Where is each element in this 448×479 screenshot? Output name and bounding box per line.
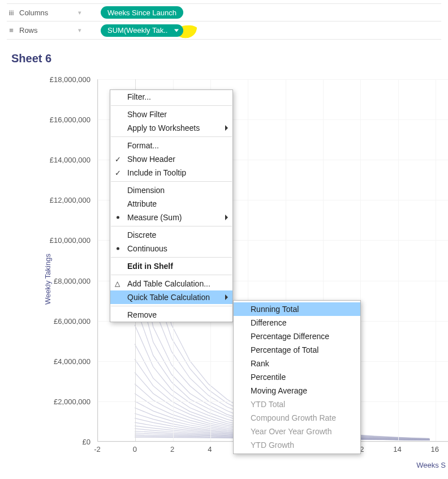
y-tick: £6,000,000 (28, 317, 91, 325)
menu-separator (111, 105, 232, 106)
menu-item[interactable]: Filter... (110, 90, 232, 104)
shelves-panel: iii Columns ▾ Weeks Since Launch ≡ Rows … (0, 0, 448, 40)
submenu-item[interactable]: Moving Average (234, 384, 360, 397)
rows-pill[interactable]: SUM(Weekly Tak.. (101, 24, 183, 37)
y-tick: £8,000,000 (28, 276, 91, 285)
y-tick: £2,000,000 (28, 397, 91, 405)
x-axis-title[interactable]: Weeks S (416, 461, 446, 469)
y-tick: £0 (28, 438, 91, 446)
shelf-drop-caret: ▾ (78, 9, 81, 16)
y-tick: £4,000,000 (28, 357, 91, 365)
columns-icon: iii (7, 8, 16, 17)
x-tick: 14 (393, 445, 401, 454)
menu-item-label: Measure (Sum) (127, 213, 182, 222)
menu-item[interactable]: Edit in Shelf (110, 259, 232, 273)
y-tick: £10,000,000 (28, 236, 91, 245)
y-axis-ticks: £0£2,000,000£4,000,000£6,000,000£8,000,0… (32, 79, 94, 442)
submenu-arrow-icon (225, 125, 228, 131)
menu-item[interactable]: Quick Table Calculation (110, 290, 232, 304)
menu-item[interactable]: Format... (110, 139, 232, 152)
submenu-item-label: Difference (251, 318, 287, 327)
quick-table-calc-submenu[interactable]: Running TotalDifferencePercentage Differ… (233, 300, 361, 454)
menu-item[interactable]: ✓Include in Tooltip (110, 166, 232, 179)
menu-item[interactable]: Show Filter (110, 108, 232, 121)
shelf-drop-caret: ▾ (78, 27, 81, 34)
menu-separator (111, 257, 232, 258)
menu-separator (111, 226, 232, 226)
x-tick: 16 (431, 445, 439, 454)
x-tick: 4 (208, 445, 212, 454)
rows-icon: ≡ (7, 26, 16, 35)
menu-item[interactable]: Apply to Worksheets (110, 121, 232, 135)
menu-item[interactable]: Discrete (110, 228, 232, 242)
menu-item[interactable]: Measure (Sum) (110, 211, 232, 224)
menu-item-label: Show Filter (127, 110, 167, 119)
menu-item[interactable]: ✓Show Header (110, 152, 232, 166)
submenu-item-label: Moving Average (251, 386, 307, 395)
check-icon: ✓ (115, 155, 121, 164)
menu-item-label: Attribute (127, 199, 157, 208)
menu-item-label: Filter... (127, 92, 151, 101)
menu-item-label: Remove (127, 310, 157, 319)
pill-context-menu[interactable]: Filter...Show FilterApply to WorksheetsF… (110, 89, 233, 322)
x-tick: -2 (94, 445, 101, 454)
submenu-item: YTD Total (234, 397, 360, 411)
columns-label: Columns (19, 8, 76, 17)
submenu-item[interactable]: Percentile (234, 370, 360, 384)
menu-item-label: Show Header (127, 155, 175, 164)
menu-item[interactable]: Remove (110, 308, 232, 322)
menu-item-label: Edit in Shelf (127, 262, 173, 271)
submenu-item[interactable]: Percentage of Total (234, 343, 360, 357)
submenu-item-label: Running Total (251, 305, 299, 314)
menu-item-label: Quick Table Calculation (127, 293, 210, 302)
columns-pill-text: Weeks Since Launch (107, 8, 176, 17)
submenu-item-label: Rank (251, 359, 269, 368)
submenu-item-label: Percentile (251, 373, 286, 382)
pill-dropdown-icon[interactable] (174, 29, 179, 32)
columns-pill[interactable]: Weeks Since Launch (101, 6, 183, 19)
columns-shelf[interactable]: iii Columns ▾ Weeks Since Launch (7, 3, 441, 22)
menu-item-label: Include in Tooltip (127, 168, 186, 177)
menu-item-label: Dimension (127, 186, 165, 195)
menu-item-label: Discrete (127, 230, 156, 240)
rows-shelf[interactable]: ≡ Rows ▾ SUM(Weekly Tak.. (7, 22, 441, 40)
y-tick: £14,000,000 (28, 156, 91, 164)
y-tick: £18,000,000 (28, 75, 91, 84)
menu-separator (111, 275, 232, 275)
submenu-item-label: YTD Total (251, 400, 285, 409)
submenu-item-label: Percentage Difference (251, 332, 329, 341)
bullet-icon (117, 247, 119, 250)
submenu-item-label: Compound Growth Rate (251, 413, 336, 422)
submenu-item[interactable]: Rank (234, 357, 360, 370)
menu-item[interactable]: Attribute (110, 197, 232, 211)
rows-label: Rows (19, 26, 76, 35)
submenu-item-label: YTD Growth (251, 440, 294, 450)
y-tick: £16,000,000 (28, 116, 91, 124)
submenu-arrow-icon (225, 294, 228, 300)
submenu-item: Year Over Year Growth (234, 425, 360, 438)
submenu-item-label: Percentage of Total (251, 345, 318, 354)
x-tick: 2 (170, 445, 174, 454)
submenu-item[interactable]: Percentage Difference (234, 330, 360, 343)
rows-pill-text: SUM(Weekly Tak.. (107, 26, 167, 35)
menu-item[interactable]: Dimension (110, 183, 232, 197)
x-tick: 0 (133, 445, 137, 454)
submenu-arrow-icon (225, 215, 228, 220)
submenu-item-label: Year Over Year Growth (251, 427, 331, 436)
menu-item-label: Format... (127, 141, 159, 150)
submenu-item: YTD Growth (234, 438, 360, 452)
submenu-item[interactable]: Difference (234, 316, 360, 330)
delta-icon: △ (115, 280, 120, 288)
menu-item-label: Add Table Calculation... (127, 279, 210, 288)
menu-item[interactable]: Continuous (110, 242, 232, 255)
bullet-icon (117, 216, 119, 219)
menu-item-label: Apply to Worksheets (127, 123, 200, 132)
menu-separator (111, 136, 232, 137)
submenu-item: Compound Growth Rate (234, 411, 360, 425)
menu-separator (111, 306, 232, 306)
sheet-title: Sheet 6 (7, 45, 448, 67)
submenu-item[interactable]: Running Total (234, 302, 360, 316)
annotation-highlight (173, 23, 200, 41)
menu-separator (111, 181, 232, 182)
menu-item[interactable]: △Add Table Calculation... (110, 277, 232, 290)
